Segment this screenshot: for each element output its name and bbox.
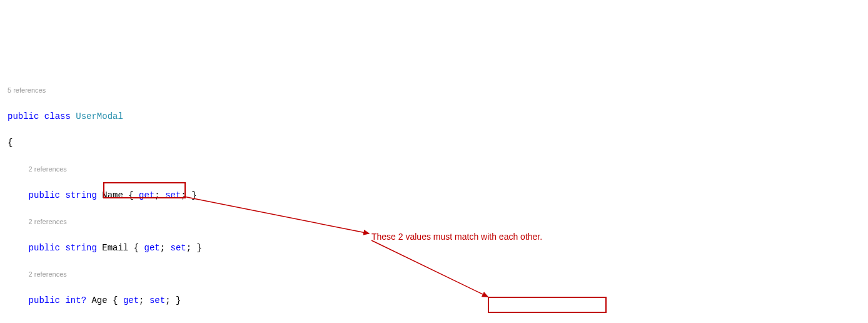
code-line: {	[8, 136, 860, 150]
code-editor-view: 5 references public class UserModal { 2 …	[8, 58, 860, 323]
annotation-text: These 2 values must match with each othe…	[371, 230, 542, 244]
codelens-references[interactable]: 2 references	[29, 270, 67, 278]
code-line: public int? Age { get; set; }	[8, 294, 860, 307]
codelens-references[interactable]: 2 references	[29, 218, 67, 225]
codelens-references[interactable]: 5 references	[8, 86, 46, 94]
code-line: public class UserModal	[8, 110, 860, 123]
code-line: public string Email { get; set; }	[8, 242, 860, 255]
codelens-references[interactable]: 2 references	[29, 165, 67, 173]
code-line: public string Name { get; set; }	[8, 189, 860, 202]
